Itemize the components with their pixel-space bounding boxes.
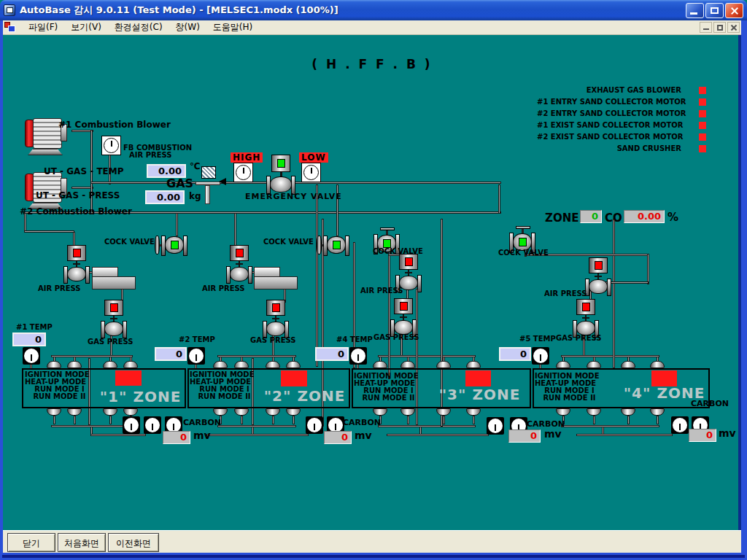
alarm-indicator-icon: [699, 122, 706, 129]
pipe-segment: [473, 357, 475, 362]
burner-nozzle-icon: [234, 361, 249, 368]
high-gauge-icon: [233, 163, 253, 182]
gas-press-readout: 0.00: [145, 190, 185, 204]
emergency-valve-icon: [267, 155, 295, 192]
burner-nozzle-icon: [436, 361, 451, 368]
pressure-gauge-icon: [487, 417, 504, 435]
air-press-valve-4-icon: [586, 257, 611, 294]
alarm-item: #1 ENTRY SAND COLLECTOR MOTOR: [537, 96, 708, 108]
air-press-1-label: AIR PRESS: [38, 284, 80, 292]
co-readout-label: CO: [605, 212, 622, 225]
alarm-item: #1 EXIST SAND COLLECTOR MOTOR: [537, 120, 708, 131]
air-press-4-label: AIR PRESS: [544, 289, 587, 298]
carbon-2-label: CARBON: [343, 419, 381, 427]
carbon-2-unit: mv: [355, 429, 372, 441]
pipe-segment: [241, 357, 243, 362]
pipe-segment: [407, 416, 409, 424]
pipe-segment: [290, 182, 501, 184]
pipe-segment: [657, 416, 659, 424]
carbon-3-unit: mv: [544, 428, 562, 440]
air-press-3-label: AIR PRESS: [360, 287, 403, 295]
pipe-segment: [627, 357, 630, 362]
temp-1-label: #1 TEMP: [16, 323, 53, 331]
alarm-indicator-icon: [699, 145, 706, 152]
pipe-segment: [378, 355, 476, 357]
pipe-segment: [407, 357, 409, 362]
pipe-segment: [109, 416, 112, 424]
burner-nozzle-icon: [286, 408, 301, 416]
ut-gas-press-label: UT - GAS - PRESS: [36, 191, 120, 201]
carbon-4-label: CARBON: [691, 400, 729, 408]
pipe-segment: [130, 357, 132, 362]
carbon-1-label: CARBON: [183, 419, 221, 427]
gas-press-valve-4-icon: [573, 299, 598, 335]
pipe-segment: [593, 357, 595, 362]
diagram-title: ( H . F F . B ): [292, 57, 452, 71]
gas-press-valve-2-icon: [263, 300, 288, 336]
zone-2-indicator: [281, 370, 307, 386]
pressure-gauge-icon: [532, 347, 549, 365]
burner-nozzle-icon: [466, 361, 481, 368]
gas-press-3-label: GAS PRESS: [374, 333, 419, 341]
window-border-bottom-inner: [2, 555, 745, 558]
zone-4-modes: IGNITION MODEHEAT-UP MODE RUN MODE IRUN …: [535, 373, 604, 402]
burner-nozzle-icon: [213, 408, 228, 416]
close-screen-button[interactable]: 닫기: [7, 533, 55, 552]
zone-3-modes: IGNITION MODEHEAT-UP MODE RUN MODE IRUN …: [354, 373, 423, 402]
burner-block-2-icon: [254, 267, 296, 289]
pipe-segment: [473, 416, 475, 424]
pressure-gauge-icon: [671, 416, 689, 434]
pipe-segment: [561, 355, 659, 357]
zone-readout-label: ZONE: [545, 212, 578, 225]
burner-nozzle-icon: [556, 361, 570, 368]
fb-combustion-gauge-icon: [101, 136, 121, 155]
pressure-gauge-icon: [123, 416, 140, 434]
pipe-segment: [627, 416, 630, 424]
pipe-segment: [53, 357, 55, 362]
carbon-2-readout: 0: [324, 431, 352, 444]
alarm-indicator-icon: [699, 110, 706, 117]
pipe-segment: [379, 357, 382, 362]
alarm-indicator-icon: [699, 87, 706, 94]
low-alarm-badge: LOW: [299, 152, 328, 163]
burner-nozzle-icon: [123, 361, 138, 368]
co-readout-unit: %: [667, 211, 678, 224]
pipe-segment: [647, 254, 649, 284]
pipe-segment: [272, 357, 274, 362]
ut-gas-temp-label: UT - GAS - TEMP: [44, 167, 124, 176]
pipe-segment: [74, 416, 76, 424]
alarm-indicator-icon: [699, 133, 706, 141]
gas-press-valve-3-icon: [391, 298, 416, 335]
burner-nozzle-icon: [373, 408, 387, 416]
pipe-segment: [576, 434, 673, 436]
carbon-1-readout: 0: [163, 431, 190, 444]
pipe-segment: [217, 425, 296, 427]
cock-valve-1-icon: [155, 233, 193, 258]
pressure-gauge-icon: [23, 347, 40, 365]
burner-nozzle-icon: [650, 408, 665, 416]
pipe-segment: [293, 416, 295, 424]
cock-valve-1-label: COCK VALVE: [104, 238, 155, 246]
alarm-item: EXHAUST GAS BLOWER: [537, 85, 708, 96]
co-readout-value: 0.00: [624, 210, 665, 223]
burner-nozzle-icon: [621, 361, 635, 368]
alarm-item: SAND CRUSHER: [537, 143, 708, 155]
zone-readout-value: 0: [580, 210, 602, 223]
pipe-segment: [53, 416, 55, 424]
burner-nozzle-icon: [266, 361, 280, 368]
previous-screen-button[interactable]: 이전화면: [108, 533, 159, 552]
burner-nozzle-icon: [373, 361, 387, 368]
pipe-segment: [605, 281, 649, 284]
emergency-valve-label: EMERGENCY VALVE: [245, 192, 342, 201]
carbon-4-unit: mv: [719, 427, 736, 439]
pipe-segment: [561, 425, 659, 427]
pressure-gauge-icon: [187, 347, 205, 365]
pipe-segment: [657, 357, 659, 362]
pipe-segment: [293, 357, 295, 362]
temp-2-label: #2 TEMP: [179, 335, 215, 343]
home-screen-button[interactable]: 처음화면: [58, 533, 106, 552]
air-press-valve-3-icon: [396, 254, 421, 290]
zone-3-name: "3" ZONE: [430, 386, 529, 403]
gas-label: GAS: [166, 177, 193, 190]
burner-nozzle-icon: [587, 361, 601, 368]
